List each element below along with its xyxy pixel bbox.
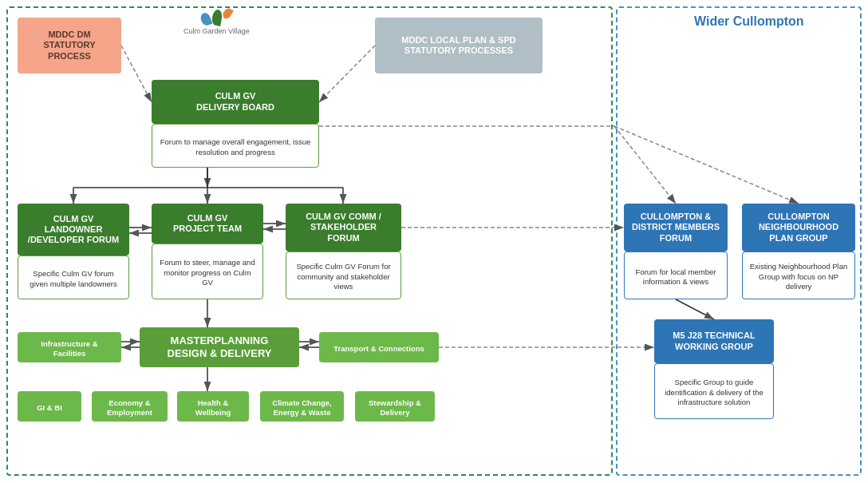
masterplanning-box: MasterplanningDesign & Delivery — [140, 327, 299, 367]
members-forum-box: CULLOMPTON &DISTRICT MEMBERSFORUM — [624, 204, 728, 251]
delivery-board-box: CULM GVDELIVERY BOARD — [152, 80, 319, 124]
m5-box: M5 J28 TECHNICALWORKING GROUP — [654, 319, 774, 363]
landowner-desc-box: Specific Culm GV forum given multiple la… — [18, 255, 129, 299]
stakeholder-desc: Specific Culm GV Forum for community and… — [293, 262, 394, 291]
masterplanning-title: MasterplanningDesign & Delivery — [168, 335, 272, 359]
landowner-title: CULM GVLANDOWNER/DEVELOPER FORUM — [28, 214, 119, 246]
landowner-desc: Specific Culm GV forum given multiple la… — [25, 269, 122, 289]
stakeholder-title: CULM GV COMM /STAKEHOLDERFORUM — [306, 212, 381, 243]
transport-box: Transport & Connections — [319, 332, 439, 362]
m5-title: M5 J28 TECHNICALWORKING GROUP — [673, 331, 755, 351]
neighbourhood-title: CULLOMPTONNEIGHBOURHOODPLAN GROUP — [759, 212, 838, 243]
neighbourhood-box: CULLOMPTONNEIGHBOURHOODPLAN GROUP — [742, 204, 855, 251]
cgv-logo: Culm Garden Village — [183, 13, 250, 35]
mddc-dm-title: MDDC DMSTATUTORY PROCESS — [24, 30, 115, 61]
stewardship-box: Stewardship & Delivery — [355, 391, 435, 422]
members-forum-title: CULLOMPTON &DISTRICT MEMBERSFORUM — [632, 212, 720, 243]
cgv-text: Culm Garden Village — [183, 27, 250, 35]
mddc-local-box: MDDC LOCAL PLAN & SPDSTATUTORY PROCESSES — [375, 18, 542, 73]
climate-title: Climate Change, Energy & Waste — [266, 398, 337, 418]
mddc-local-title: MDDC LOCAL PLAN & SPDSTATUTORY PROCESSES — [401, 35, 515, 56]
project-team-box: CULM GVPROJECT TEAM — [152, 204, 263, 243]
project-team-desc-box: Forum to steer, manage and monitor progr… — [152, 243, 263, 299]
main-container: Wider Cullompton MDDC DMSTATUTORY PROCES… — [0, 0, 868, 483]
project-team-desc: Forum to steer, manage and monitor progr… — [159, 258, 256, 287]
cgv-leaves — [201, 13, 231, 26]
stakeholder-desc-box: Specific Culm GV Forum for community and… — [286, 251, 401, 299]
neighbourhood-desc-box: Existing Neighbourhood Plan Group with f… — [742, 251, 855, 299]
infrastructure-title: Infrastructure & Facilities — [24, 339, 115, 359]
economy-title: Economy & Employment — [98, 398, 161, 418]
project-team-title: CULM GVPROJECT TEAM — [173, 213, 242, 234]
health-title: Health & Wellbeing — [183, 398, 243, 418]
m5-desc: Specific Group to guide identification &… — [661, 378, 767, 407]
members-forum-desc: Forum for local member information & vie… — [631, 267, 720, 287]
delivery-board-desc: Forum to manage overall engagement, issu… — [159, 137, 312, 157]
transport-title: Transport & Connections — [333, 344, 424, 354]
members-forum-desc-box: Forum for local member information & vie… — [624, 251, 728, 299]
infrastructure-box: Infrastructure & Facilities — [18, 332, 121, 362]
mddc-dm-box: MDDC DMSTATUTORY PROCESS — [18, 18, 121, 73]
neighbourhood-desc: Existing Neighbourhood Plan Group with f… — [749, 262, 848, 291]
stewardship-title: Stewardship & Delivery — [361, 398, 428, 418]
wider-cullompton-label: Wider Cullompton — [694, 14, 804, 29]
climate-box: Climate Change, Energy & Waste — [260, 391, 344, 422]
health-box: Health & Wellbeing — [177, 391, 249, 422]
delivery-board-desc-box: Forum to manage overall engagement, issu… — [152, 124, 319, 168]
gi-bi-box: GI & BI — [18, 391, 81, 422]
delivery-board-title: CULM GVDELIVERY BOARD — [196, 91, 274, 112]
landowner-box: CULM GVLANDOWNER/DEVELOPER FORUM — [18, 204, 129, 255]
economy-box: Economy & Employment — [92, 391, 168, 422]
gi-bi-title: GI & BI — [37, 403, 62, 413]
m5-desc-box: Specific Group to guide identification &… — [654, 363, 774, 419]
stakeholder-box: CULM GV COMM /STAKEHOLDERFORUM — [286, 204, 401, 251]
leaf-blue — [199, 11, 213, 26]
